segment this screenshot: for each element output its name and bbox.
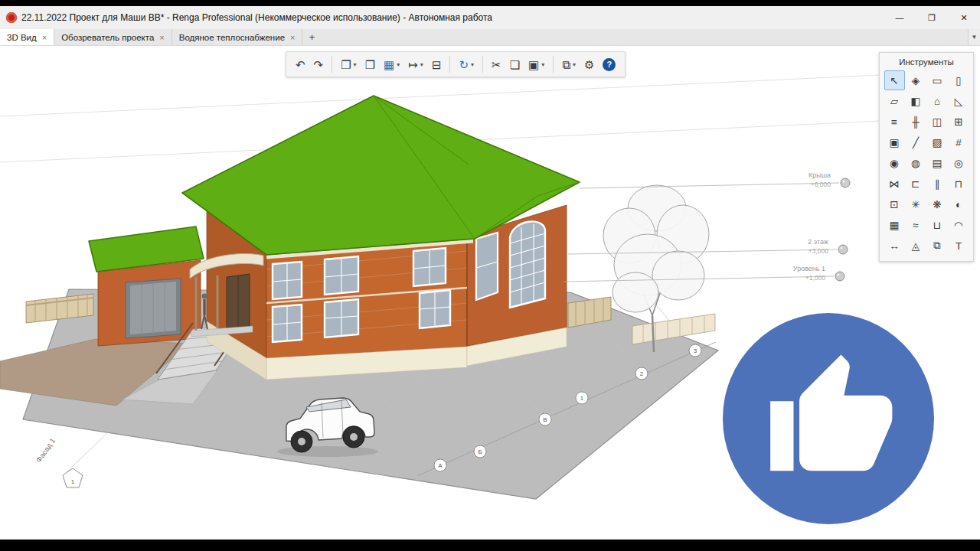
tool-duct[interactable]: ⊏ bbox=[906, 174, 926, 194]
collaboration-sync-dropdown-arrow[interactable]: ▾ bbox=[471, 61, 474, 68]
open-project-button[interactable]: ❒ bbox=[361, 54, 379, 75]
save-project-button[interactable]: ▦▾ bbox=[380, 54, 403, 75]
close-button[interactable]: ✕ bbox=[948, 6, 980, 29]
tool-axis[interactable]: ◬ bbox=[906, 236, 926, 256]
copy-visual-style-dropdown-arrow[interactable]: ▾ bbox=[354, 61, 357, 68]
tool-roof[interactable]: ⌂ bbox=[927, 91, 948, 111]
level-handle bbox=[841, 178, 850, 187]
help-button[interactable]: ? bbox=[599, 54, 619, 75]
svg-text:+3,000: +3,000 bbox=[808, 247, 829, 255]
scene-canvas[interactable]: А Б В 1 2 3 Фасад 1 1 bbox=[0, 46, 980, 540]
cut-icon: ✂ bbox=[492, 59, 501, 70]
minimize-button[interactable]: — bbox=[884, 6, 916, 29]
tab-close-icon[interactable]: × bbox=[42, 33, 47, 42]
tool-window[interactable]: ⊞ bbox=[949, 112, 969, 132]
like-badge bbox=[723, 313, 934, 524]
paste-icon: ▣ bbox=[528, 59, 539, 70]
tool-arc[interactable]: ◠ bbox=[949, 215, 969, 235]
tool-radiator[interactable]: ▤ bbox=[927, 153, 948, 173]
tab-water-heating[interactable]: Водяное теплоснабжение × bbox=[172, 29, 303, 45]
tab-project-explorer[interactable]: Обозреватель проекта × bbox=[54, 29, 172, 45]
copy-visual-style-icon: ❐ bbox=[341, 59, 351, 70]
tool-equipment[interactable]: ⊡ bbox=[884, 194, 905, 214]
level-handle bbox=[835, 272, 844, 281]
print-button[interactable]: ⊟ bbox=[428, 54, 446, 75]
garage[interactable] bbox=[89, 227, 204, 346]
level-marker-roof[interactable]: Крыша +6,000 bbox=[580, 171, 850, 188]
maximize-button[interactable]: ❐ bbox=[916, 6, 948, 29]
tool-railing[interactable]: ╫ bbox=[906, 112, 926, 132]
tool-cable[interactable]: ≈ bbox=[906, 215, 926, 235]
svg-text:А: А bbox=[438, 462, 443, 469]
open-project-icon: ❒ bbox=[365, 59, 375, 70]
tool-dimension[interactable]: ↔ bbox=[884, 236, 905, 256]
settings-button[interactable]: ⚙ bbox=[580, 54, 598, 75]
svg-text:2: 2 bbox=[640, 370, 644, 377]
tool-stair[interactable]: ≡ bbox=[884, 112, 905, 132]
export-dropdown-arrow[interactable]: ▾ bbox=[420, 61, 423, 68]
tool-tray[interactable]: ⊔ bbox=[927, 215, 948, 235]
tool-opening[interactable]: ▣ bbox=[884, 132, 905, 152]
paste-button[interactable]: ▣▾ bbox=[524, 54, 548, 75]
tab-bar: 3D Вид × Обозреватель проекта × Водяное … bbox=[0, 29, 980, 46]
tool-valve[interactable]: ⋈ bbox=[884, 174, 905, 194]
export-button[interactable]: ↦▾ bbox=[404, 54, 427, 75]
collaboration-sync-button[interactable]: ↻▾ bbox=[455, 54, 478, 75]
tool-line[interactable]: ╱ bbox=[906, 132, 926, 152]
redo-button[interactable]: ↷ bbox=[310, 54, 328, 75]
letterbox-bottom bbox=[0, 540, 980, 551]
tool-door[interactable]: ◫ bbox=[927, 112, 948, 132]
copy-button[interactable]: ❏ bbox=[506, 54, 524, 75]
paste-dropdown-arrow[interactable]: ▾ bbox=[541, 61, 544, 68]
tool-sensor[interactable]: ◐ bbox=[949, 194, 969, 214]
window-title: 22.11.2022 Проект для Маши ВВ* - Renga P… bbox=[21, 12, 884, 23]
tab-close-icon[interactable]: × bbox=[290, 33, 295, 42]
tools-grid: ↖◈▭▯▱◧⌂◺≡╫◫⊞▣╱▨#◉◍▤◎⋈⊏∥⊓⊡✳❋◐▦≈⊔◠↔◬⧉T bbox=[880, 70, 973, 256]
tool-fitting[interactable]: ⊓ bbox=[949, 174, 969, 194]
tool-pump[interactable]: ◎ bbox=[949, 153, 969, 173]
tool-column[interactable]: ▯ bbox=[949, 70, 969, 90]
tool-hatch[interactable]: ▨ bbox=[927, 132, 948, 152]
tool-text[interactable]: T bbox=[949, 236, 969, 256]
toolbar-separator bbox=[553, 56, 554, 73]
tool-select[interactable]: ↖ bbox=[884, 70, 905, 90]
svg-text:Крыша: Крыша bbox=[808, 171, 831, 179]
tab-close-icon[interactable]: × bbox=[159, 33, 164, 42]
facade-marker[interactable]: Фасад 1 1 bbox=[34, 436, 83, 487]
tool-ramp[interactable]: ◺ bbox=[949, 91, 969, 111]
cut-button[interactable]: ✂ bbox=[488, 54, 505, 75]
tool-sprinkler[interactable]: ❋ bbox=[927, 194, 948, 214]
drawings-dropdown-arrow[interactable]: ▾ bbox=[573, 61, 576, 68]
tool-wall[interactable]: ▭ bbox=[927, 70, 948, 90]
tool-floor[interactable]: ◧ bbox=[906, 91, 926, 111]
tool-beam[interactable]: ▱ bbox=[884, 91, 905, 111]
level-handle bbox=[838, 245, 848, 254]
tool-plumbing-fixture[interactable]: ◉ bbox=[884, 153, 905, 173]
tool-electric-panel[interactable]: ▦ bbox=[884, 215, 905, 235]
tool-lamp[interactable]: ✳ bbox=[906, 194, 926, 214]
tool-assembly[interactable]: ⧉ bbox=[927, 236, 948, 256]
house-model[interactable] bbox=[182, 96, 580, 380]
tab-scroll-down-button[interactable]: ▼ bbox=[968, 29, 980, 45]
tab-3d-view[interactable]: 3D Вид × bbox=[0, 29, 54, 45]
toolbar-separator bbox=[449, 56, 450, 73]
tool-measure[interactable]: ◈ bbox=[906, 70, 926, 90]
drawings-button[interactable]: ⧉▾ bbox=[558, 54, 580, 75]
renga-app-icon bbox=[6, 12, 17, 23]
undo-button[interactable]: ↶ bbox=[292, 54, 309, 75]
svg-text:Фасад 1: Фасад 1 bbox=[34, 436, 57, 464]
copy-visual-style-button[interactable]: ❐▾ bbox=[337, 54, 360, 75]
tab-label: 3D Вид bbox=[7, 33, 37, 42]
tool-grid[interactable]: # bbox=[949, 132, 969, 152]
print-icon: ⊟ bbox=[432, 59, 442, 70]
tool-pipe[interactable]: ∥ bbox=[927, 174, 948, 194]
main-toolbar: ↶↷❐▾❒▦▾↦▾⊟↻▾✂❏▣▾⧉▾⚙? bbox=[286, 51, 626, 77]
3d-viewport[interactable]: А Б В 1 2 3 Фасад 1 1 bbox=[0, 46, 980, 540]
export-icon: ↦ bbox=[408, 59, 418, 70]
undo-icon: ↶ bbox=[296, 59, 305, 70]
svg-text:Б: Б bbox=[478, 448, 482, 455]
save-project-dropdown-arrow[interactable]: ▾ bbox=[397, 61, 400, 68]
new-tab-button[interactable]: + bbox=[302, 29, 321, 45]
svg-text:В: В bbox=[543, 416, 547, 423]
tool-sanitary[interactable]: ◍ bbox=[906, 153, 926, 173]
